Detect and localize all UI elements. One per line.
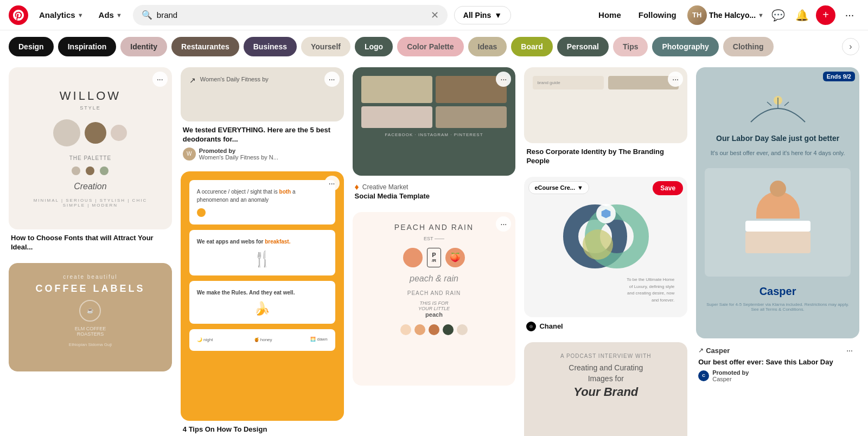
notifications-button[interactable]: 🔔 xyxy=(792,5,812,25)
cat-color-palette[interactable]: Color Palette xyxy=(397,37,463,56)
pin-corporate-more[interactable]: ··· xyxy=(668,72,683,87)
pin-fitness[interactable]: ↗ Women's Daily Fitness by We tested EVE… xyxy=(181,67,344,163)
clear-search-icon[interactable]: ✕ xyxy=(431,9,439,21)
ads-nav[interactable]: Ads ▼ xyxy=(94,7,126,23)
pinterest-logo[interactable] xyxy=(9,5,28,25)
cat-yourself[interactable]: Yourself xyxy=(301,37,350,56)
more-options-button[interactable]: ··· xyxy=(840,5,859,25)
cat-ideas[interactable]: Ideas xyxy=(468,37,507,56)
cat-clothing[interactable]: Clothing xyxy=(723,37,774,56)
ads-chevron: ▼ xyxy=(116,12,122,18)
pin-chanel-brand[interactable]: eCourse Cre... ▼ Save To be the Ultimate… xyxy=(524,177,687,334)
pin-chanel-source-icon xyxy=(596,204,616,223)
chanel-icon: ◎ xyxy=(526,322,536,331)
search-input[interactable] xyxy=(157,10,426,20)
pin-casper-ad[interactable]: Ends 9/2 Our Labor Day Sale just got bet… xyxy=(696,67,859,384)
pin-casper-title: Our best offer ever: Save this Labor Day xyxy=(698,358,857,367)
cat-tips[interactable]: Tips xyxy=(613,37,648,56)
scroll-right-arrow: › xyxy=(849,42,852,52)
save-collection-dropdown[interactable]: eCourse Cre... ▼ xyxy=(528,181,589,194)
pin-fitness-title: We tested EVERYTHING. Here are the 5 bes… xyxy=(183,126,342,144)
messages-button[interactable]: 💬 xyxy=(768,5,788,25)
pin-reso-corporate[interactable]: brand guide Reso Corporate Identity by T… xyxy=(524,67,687,168)
home-link[interactable]: Home xyxy=(592,7,628,23)
pin-social-source: ♦ Creative Market xyxy=(355,182,514,192)
profile-chevron: ▼ xyxy=(758,12,764,18)
cat-design[interactable]: Design xyxy=(9,37,54,56)
ads-label: Ads xyxy=(99,10,114,20)
save-button[interactable]: Save xyxy=(653,181,683,195)
pin-yellow-title: 4 Tips On How To Design xyxy=(183,425,342,434)
pin-peach-brand[interactable]: PEACH AND RAIN EST —— P/R 🍑 peach & rain… xyxy=(353,212,516,386)
analytics-label: Analytics xyxy=(39,10,75,20)
pin-willow-title: How to Choose Fonts that will Attract Yo… xyxy=(11,234,170,252)
pin-yellow-more[interactable]: ··· xyxy=(324,176,340,191)
svg-point-2 xyxy=(583,229,613,260)
header: Analytics ▼ Ads ▼ 🔍 ✕ All Pins ▼ Home Fo… xyxy=(0,0,868,30)
pin-chanel-title: Chanel xyxy=(539,322,563,331)
cat-business[interactable]: Business xyxy=(244,37,297,56)
search-bar: 🔍 ✕ xyxy=(133,5,448,25)
cat-restaurantes[interactable]: Restaurantes xyxy=(171,37,239,56)
categories-bar: Design Inspiration Identity Restaurantes… xyxy=(0,30,868,63)
pin-grid: WILLOW STYLE THE PALETTE Creation MINIMA… xyxy=(0,63,868,436)
cat-identity[interactable]: Identity xyxy=(120,37,167,56)
profile-section[interactable]: TH The Halcyo... ▼ xyxy=(687,5,764,25)
pin-willow[interactable]: WILLOW STYLE THE PALETTE Creation MINIMA… xyxy=(9,67,172,254)
cat-personal[interactable]: Personal xyxy=(557,37,609,56)
pin-corporate-title: Reso Corporate Identity by The Branding … xyxy=(526,148,685,166)
categories-next-button[interactable]: › xyxy=(842,38,859,55)
pin-coffee[interactable]: create beautiful COFFEE LABELS ☕ ELM COF… xyxy=(9,263,172,371)
pin-yellow-design[interactable]: A occurence / object / sight that is bot… xyxy=(181,171,344,436)
collection-name: eCourse Cre... xyxy=(534,184,575,191)
cat-logo[interactable]: Logo xyxy=(355,37,393,56)
pin-fitness-more[interactable]: ··· xyxy=(324,72,340,87)
analytics-nav[interactable]: Analytics ▼ xyxy=(35,7,88,23)
pin-social-title: Social Media Template xyxy=(355,192,514,201)
ad-ends-badge: Ends 9/2 xyxy=(823,72,855,81)
cat-inspiration[interactable]: Inspiration xyxy=(58,37,117,56)
cat-photography[interactable]: Photography xyxy=(652,37,718,56)
pin-podcast[interactable]: A PODCAST INTERVIEW WITH Creating and Cu… xyxy=(524,342,687,436)
filter-label: All Pins xyxy=(463,11,491,20)
pin-social-media[interactable]: FACEBOOK · INSTAGRAM · PINTEREST ♦ Creat… xyxy=(353,67,516,203)
cat-board[interactable]: Board xyxy=(511,37,552,56)
header-right: Home Following TH The Halcyo... ▼ 💬 🔔 + … xyxy=(592,5,859,25)
analytics-chevron: ▼ xyxy=(78,12,84,18)
search-icon: 🔍 xyxy=(142,10,152,20)
avatar: TH xyxy=(687,5,707,25)
profile-name: The Halcyo... xyxy=(709,11,756,20)
filter-button[interactable]: All Pins ▼ xyxy=(454,6,511,24)
collection-chevron: ▼ xyxy=(577,184,583,191)
pin-casper-more[interactable]: ··· xyxy=(842,343,857,358)
following-link[interactable]: Following xyxy=(632,7,683,23)
pin-willow-more[interactable]: ··· xyxy=(152,72,168,87)
add-button[interactable]: + xyxy=(816,5,835,25)
filter-chevron: ▼ xyxy=(494,11,502,20)
